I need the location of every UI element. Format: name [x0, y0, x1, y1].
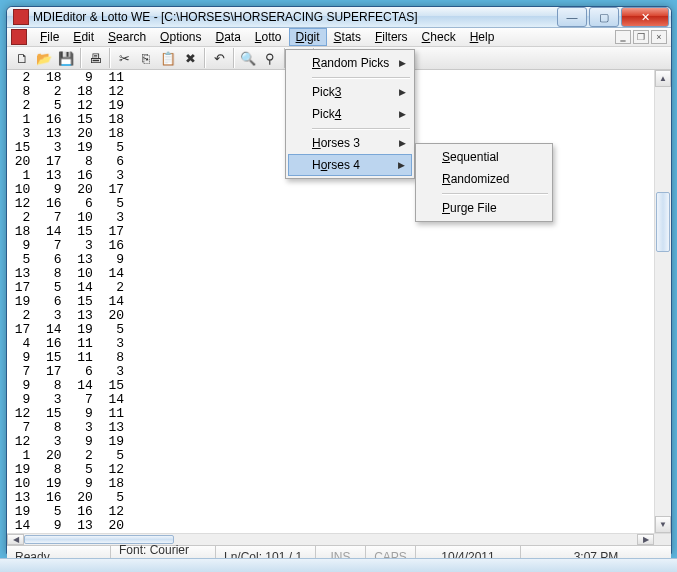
- horses4-submenu: SequentialRandomizedPurge File: [415, 143, 553, 222]
- menu-item-pick-4[interactable]: Pick 4▶: [288, 103, 412, 125]
- scroll-track-h[interactable]: [24, 534, 637, 545]
- toolbar-separator: [233, 48, 234, 68]
- menu-file[interactable]: File: [33, 28, 66, 46]
- app-icon: [13, 9, 29, 25]
- toolbar-separator: [204, 48, 205, 68]
- print-button[interactable]: 🖶: [84, 47, 106, 69]
- menu-item-randomized[interactable]: Randomized: [418, 168, 550, 190]
- maximize-button[interactable]: ▢: [589, 7, 619, 27]
- scroll-down-button[interactable]: ▼: [655, 516, 671, 533]
- undo-button[interactable]: ↶: [208, 47, 230, 69]
- menubar: FileEditSearchOptionsDataLottoDigitStats…: [7, 28, 671, 47]
- scroll-right-button[interactable]: ▶: [637, 534, 654, 545]
- taskbar: [0, 558, 677, 572]
- vertical-scrollbar[interactable]: ▲ ▼: [654, 70, 671, 533]
- copy-button[interactable]: ⎘: [135, 47, 157, 69]
- mdi-close-button[interactable]: ×: [651, 30, 667, 44]
- scroll-up-button[interactable]: ▲: [655, 70, 671, 87]
- close-button[interactable]: ✕: [621, 7, 669, 27]
- menu-edit[interactable]: Edit: [66, 28, 101, 46]
- submenu-arrow-icon: ▶: [399, 109, 406, 119]
- minimize-button[interactable]: —: [557, 7, 587, 27]
- menu-digit[interactable]: Digit: [289, 28, 327, 46]
- menu-filters[interactable]: Filters: [368, 28, 415, 46]
- menu-item-sequential[interactable]: Sequential: [418, 146, 550, 168]
- menu-check[interactable]: Check: [415, 28, 463, 46]
- cut-button[interactable]: ✂: [113, 47, 135, 69]
- menu-item-random-picks[interactable]: Random Picks▶: [288, 52, 412, 74]
- menu-item-pick-3[interactable]: Pick 3▶: [288, 81, 412, 103]
- mdi-restore-button[interactable]: ❐: [633, 30, 649, 44]
- scroll-track[interactable]: [655, 87, 671, 516]
- save-button[interactable]: 💾: [55, 47, 77, 69]
- menu-separator: [312, 128, 410, 129]
- mdi-buttons: ‗ ❐ ×: [615, 30, 667, 44]
- menu-lotto[interactable]: Lotto: [248, 28, 289, 46]
- horizontal-scrollbar[interactable]: ◀ ▶: [7, 533, 671, 545]
- scroll-thumb-h[interactable]: [24, 535, 174, 544]
- window-buttons: — ▢ ✕: [557, 7, 669, 27]
- submenu-arrow-icon: ▶: [399, 87, 406, 97]
- toolbar-separator: [109, 48, 110, 68]
- find-button[interactable]: 🔍: [237, 47, 259, 69]
- menu-item-purge-file[interactable]: Purge File: [418, 197, 550, 219]
- menu-stats[interactable]: Stats: [327, 28, 368, 46]
- menu-options[interactable]: Options: [153, 28, 208, 46]
- titlebar[interactable]: MDIEditor & Lotto WE - [C:\HORSES\HORSER…: [7, 7, 671, 28]
- new-button[interactable]: 🗋: [11, 47, 33, 69]
- scroll-corner: [654, 534, 671, 545]
- menu-separator: [442, 193, 548, 194]
- delete-button[interactable]: ✖: [179, 47, 201, 69]
- open-button[interactable]: 📂: [33, 47, 55, 69]
- menu-search[interactable]: Search: [101, 28, 153, 46]
- submenu-arrow-icon: ▶: [398, 160, 405, 170]
- mdi-minimize-button[interactable]: ‗: [615, 30, 631, 44]
- scroll-left-button[interactable]: ◀: [7, 534, 24, 545]
- toolbar-separator: [80, 48, 81, 68]
- submenu-arrow-icon: ▶: [399, 138, 406, 148]
- window-title: MDIEditor & Lotto WE - [C:\HORSES\HORSER…: [33, 10, 557, 24]
- paste-button[interactable]: 📋: [157, 47, 179, 69]
- replace-button[interactable]: ⚲: [259, 47, 281, 69]
- menu-data[interactable]: Data: [208, 28, 247, 46]
- digit-menu: Random Picks▶Pick 3▶Pick 4▶Horses 3▶Hors…: [285, 49, 415, 179]
- document-icon: [11, 29, 27, 45]
- submenu-arrow-icon: ▶: [399, 58, 406, 68]
- menu-help[interactable]: Help: [463, 28, 502, 46]
- menu-item-horses-4[interactable]: Horses 4▶: [288, 154, 412, 176]
- menu-item-horses-3[interactable]: Horses 3▶: [288, 132, 412, 154]
- scroll-thumb[interactable]: [656, 192, 670, 252]
- menu-separator: [312, 77, 410, 78]
